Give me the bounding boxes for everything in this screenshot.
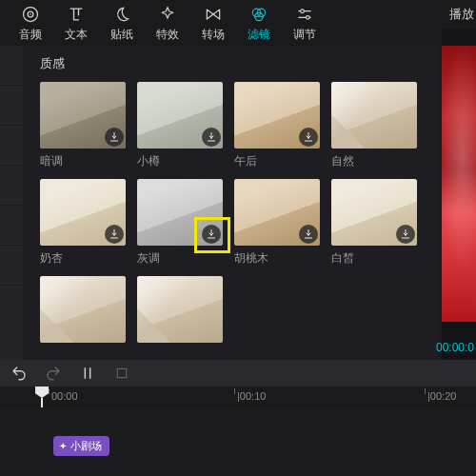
tab-text[interactable]: 文本 — [53, 4, 99, 43]
sparkle-icon — [157, 4, 178, 25]
filter-thumb — [137, 82, 223, 149]
filter-thumb — [40, 82, 126, 149]
tab-effect[interactable]: 特效 — [145, 4, 190, 43]
filter-thumb — [40, 276, 126, 343]
rail-slot[interactable] — [0, 166, 23, 206]
tab-label: 特效 — [156, 27, 179, 43]
filter-item-baixi[interactable]: 白皙 — [331, 179, 417, 267]
redo-button[interactable] — [44, 364, 63, 383]
filter-panel: 质感 暗调 小樽 午后 自然 奶杏 — [23, 46, 438, 360]
tab-filter[interactable]: 滤镜 — [236, 4, 282, 43]
filter-item-ziran[interactable]: 自然 — [331, 82, 417, 169]
tab-label: 转场 — [202, 27, 225, 43]
filter-label: 自然 — [331, 153, 417, 169]
text-icon — [66, 4, 87, 25]
download-icon[interactable] — [105, 225, 124, 244]
tab-adjust[interactable]: 调节 — [282, 4, 327, 43]
ruler-tick: 00:00 — [51, 390, 78, 402]
category-rail — [0, 46, 23, 360]
filter-thumb — [331, 82, 417, 149]
filter-thumb — [40, 179, 126, 246]
tab-label: 文本 — [65, 27, 88, 43]
tab-audio[interactable]: 音频 — [8, 4, 53, 43]
filter-label: 奶杏 — [40, 250, 126, 267]
download-icon[interactable] — [299, 128, 318, 147]
audio-icon — [20, 4, 41, 25]
filter-thumb — [137, 179, 223, 246]
tab-label: 调节 — [293, 27, 316, 43]
svg-point-7 — [307, 16, 310, 20]
download-icon[interactable] — [105, 128, 124, 147]
timeline-ruler[interactable]: 00:00 |00:10 |00:20 — [0, 387, 476, 407]
download-icon[interactable] — [299, 225, 318, 244]
download-icon[interactable] — [202, 225, 221, 244]
ruler-tick: |00:20 — [427, 390, 456, 402]
filter-item-extra[interactable] — [137, 276, 223, 347]
timeline-toolbar — [0, 360, 476, 387]
filter-item-dark[interactable]: 暗调 — [40, 82, 126, 169]
download-icon[interactable] — [396, 225, 415, 244]
preview-time: 00:00:0 — [436, 341, 474, 354]
filter-item-huidiao[interactable]: 灰调 — [137, 179, 223, 267]
svg-rect-8 — [117, 368, 126, 377]
svg-point-2 — [30, 13, 31, 15]
timeline-clip[interactable]: ✦ 小剧场 — [53, 436, 109, 456]
filter-item-naixing[interactable]: 奶杏 — [40, 179, 126, 267]
section-title: 质感 — [40, 55, 426, 72]
ruler-tick: |00:10 — [237, 390, 266, 402]
tab-sticker[interactable]: 贴纸 — [99, 4, 145, 43]
preview-video[interactable] — [442, 46, 476, 322]
bowtie-icon — [203, 4, 224, 25]
filter-thumb — [234, 82, 320, 149]
sliders-icon — [294, 4, 315, 25]
rail-slot[interactable] — [0, 206, 23, 246]
tab-label: 滤镜 — [248, 27, 270, 43]
rail-slot[interactable] — [0, 86, 23, 126]
filter-item-hutaomu[interactable]: 胡桃木 — [234, 179, 320, 267]
rail-slot[interactable] — [0, 246, 23, 286]
filter-grid: 暗调 小樽 午后 自然 奶杏 — [40, 82, 426, 347]
moon-icon — [111, 4, 132, 25]
filter-label: 灰调 — [137, 250, 223, 267]
filter-thumb — [331, 179, 417, 246]
top-tabs: 音频 文本 贴纸 特效 转场 滤镜 调节 — [0, 0, 476, 50]
timeline-tracks[interactable]: ✦ 小剧场 — [0, 407, 476, 476]
rail-slot[interactable] — [0, 46, 23, 86]
filter-rings-icon — [248, 4, 269, 25]
filter-label: 午后 — [234, 153, 320, 169]
crop-button[interactable] — [112, 364, 131, 383]
svg-point-6 — [301, 10, 305, 13]
filter-label: 胡桃木 — [234, 250, 320, 267]
filter-label: 白皙 — [331, 250, 417, 267]
tab-label: 贴纸 — [110, 27, 133, 43]
tab-label: 音频 — [19, 27, 42, 43]
preview-header: 播放 — [442, 0, 476, 29]
split-button[interactable] — [78, 364, 97, 383]
rail-slot[interactable] — [0, 126, 23, 166]
filter-label: 暗调 — [40, 153, 126, 169]
filter-item-extra[interactable] — [40, 276, 126, 347]
download-icon[interactable] — [202, 128, 221, 147]
clip-label: 小剧场 — [70, 439, 102, 453]
undo-button[interactable] — [10, 364, 29, 383]
sparkle-icon: ✦ — [59, 441, 67, 451]
filter-thumb — [137, 276, 223, 343]
filter-item-xiaozun[interactable]: 小樽 — [137, 82, 223, 169]
filter-thumb — [234, 179, 320, 246]
filter-label: 小樽 — [137, 153, 223, 169]
tab-transition[interactable]: 转场 — [190, 4, 236, 43]
preview-pane: 播放 00:00:0 — [442, 0, 476, 360]
filter-item-wuhou[interactable]: 午后 — [234, 82, 320, 169]
